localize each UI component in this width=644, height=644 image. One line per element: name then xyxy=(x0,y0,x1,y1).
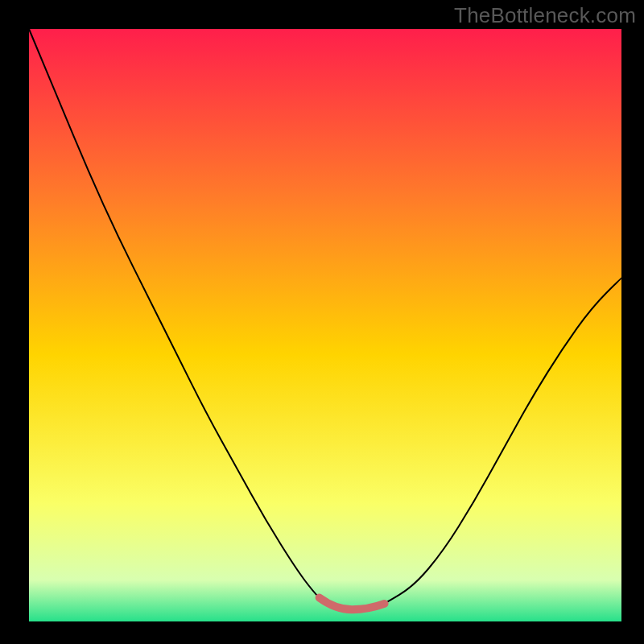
gradient-plot-area xyxy=(29,29,621,621)
chart-frame: TheBottleneck.com xyxy=(0,0,644,644)
watermark-text: TheBottleneck.com xyxy=(454,3,636,28)
bottleneck-chart xyxy=(0,0,644,644)
